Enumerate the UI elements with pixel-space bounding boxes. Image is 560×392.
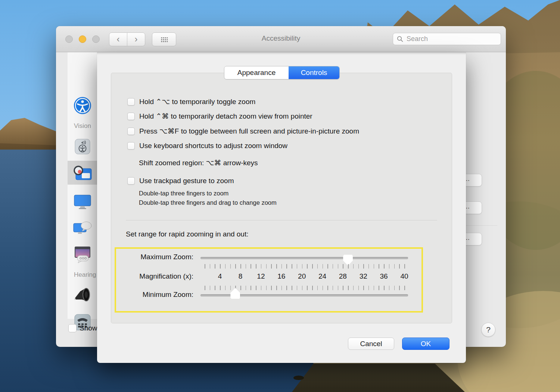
checkbox-row-detach-zoom[interactable]: Hold ⌃⌘ to temporarily detach zoom view … (127, 112, 312, 120)
checkbox-row-toggle-zoom[interactable]: Hold ⌃⌥ to temporarily toggle zoom (127, 97, 255, 106)
tick-row (205, 264, 404, 269)
zoom-options-sheet: Appearance Controls Hold ⌃⌥ to temporari… (97, 52, 466, 363)
search-input[interactable] (406, 35, 497, 43)
sidebar-item-voiceover[interactable] (75, 139, 90, 154)
window-toolbar: ‹ › Accessibility (56, 26, 506, 52)
magnification-scale-labels: 481216202428323640 (205, 272, 404, 281)
screen: ‹ › Accessibility (0, 0, 560, 392)
trackpad-hint-1: Double-tap three fingers to zoom (139, 190, 228, 197)
checkbox[interactable] (127, 113, 135, 120)
checkbox[interactable] (127, 142, 135, 150)
tab-bar: Appearance Controls (224, 66, 340, 79)
sidebar: Vision (68, 52, 97, 319)
shift-zoomed-region-label: Shift zoomed region: ⌥⌘ arrow-keys (139, 159, 258, 167)
checkbox[interactable] (127, 177, 135, 185)
checkbox[interactable] (127, 98, 135, 106)
maximum-zoom-slider-track[interactable] (200, 257, 408, 259)
show-menu-bar-checkbox-row[interactable]: Show (68, 324, 97, 332)
sidebar-section-hearing: Hearing (74, 271, 96, 279)
sidebar-item-audio[interactable] (73, 287, 92, 305)
sidebar-item-zoom[interactable] (73, 164, 92, 182)
checkbox-row-keyboard-shortcuts[interactable]: Use keyboard shortcuts to adjust zoom wi… (127, 142, 287, 150)
show-checkbox-label: Show (80, 324, 97, 332)
checkbox-row-trackpad-gesture[interactable]: Use trackpad gesture to zoom (127, 177, 234, 185)
sidebar-item-spoken-content[interactable] (72, 220, 93, 237)
tab-controls[interactable]: Controls (289, 66, 339, 79)
accessibility-overview-icon[interactable] (74, 97, 91, 115)
divider (466, 225, 497, 226)
checkbox-row-fullscreen-pip[interactable]: Press ⌥⌘F to toggle between full screen … (127, 127, 359, 135)
search-field[interactable] (393, 33, 501, 45)
checkbox[interactable] (127, 128, 135, 135)
help-button[interactable]: ? (481, 323, 495, 337)
sidebar-item-display[interactable] (72, 194, 93, 210)
trackpad-hint-2: Double-tap three fingers and drag to cha… (139, 199, 277, 206)
ok-button[interactable]: OK (402, 338, 449, 350)
divider (126, 220, 437, 220)
sidebar-item-descriptions[interactable] (72, 246, 93, 264)
range-heading: Set range for rapid zooming in and out: (126, 230, 248, 238)
magnification-label: Magnification (x): (119, 272, 193, 280)
sidebar-section-vision: Vision (74, 122, 91, 130)
search-icon (397, 36, 403, 42)
maximum-zoom-label: Maximum Zoom: (119, 253, 193, 261)
tab-appearance[interactable]: Appearance (224, 66, 289, 79)
cancel-button[interactable]: Cancel (348, 338, 394, 350)
show-checkbox[interactable] (68, 324, 77, 332)
minimum-zoom-label: Minimum Zoom: (119, 291, 193, 299)
